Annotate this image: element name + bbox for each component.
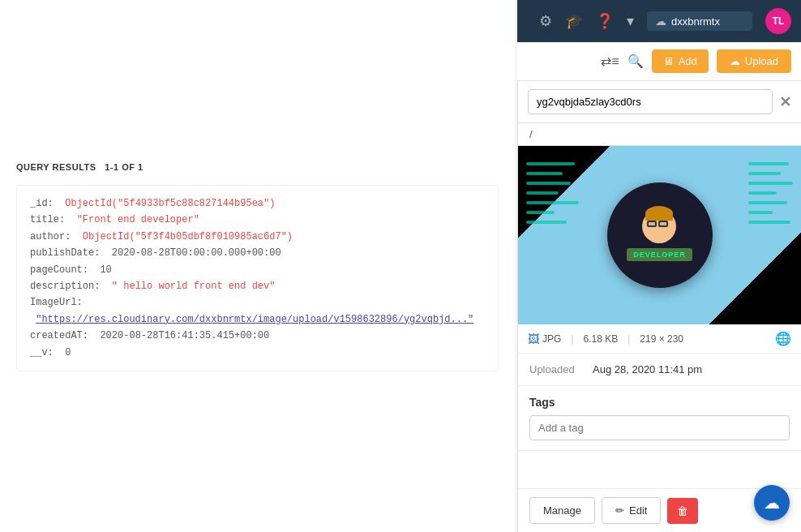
code-line <box>526 172 563 175</box>
upload-button[interactable]: ☁ Upload <box>717 49 791 73</box>
code-line <box>526 182 571 185</box>
image-preview: DEVELOPER <box>518 146 801 324</box>
tags-label: Tags <box>529 396 790 409</box>
panel-search-input[interactable] <box>528 89 773 114</box>
v-key: __v: <box>30 347 54 358</box>
globe-icon[interactable]: 🌐 <box>775 331 791 346</box>
image-type: JPG <box>542 333 561 345</box>
id-key: _id: <box>30 198 54 209</box>
query-results-label: QUERY RESULTS <box>16 162 96 172</box>
doc-author-row: author: ObjectId("5f3f4b05dbf8f010985ac6… <box>30 229 485 245</box>
image-type-icon: 🖼 <box>528 332 539 345</box>
dev-head <box>642 209 676 243</box>
imageurl-key: ImageUrl: <box>30 297 83 308</box>
fab-icon: ☁ <box>764 493 780 513</box>
panel-breadcrumb: / <box>518 123 801 146</box>
code-line <box>748 201 787 204</box>
pagecount-key: pageCount: <box>30 264 88 276</box>
code-line <box>748 182 793 185</box>
panel-search-bar: ✕ <box>518 81 801 123</box>
code-line <box>526 221 567 224</box>
search-icon[interactable]: 🔍 <box>628 54 644 69</box>
v-value: 0 <box>65 347 71 358</box>
info-separator-2: | <box>628 333 630 345</box>
edit-button[interactable]: ✏ Edit <box>602 497 661 524</box>
edit-label: Edit <box>629 504 647 517</box>
right-panel: ✕ / <box>517 81 801 532</box>
uploaded-date: Aug 28, 2020 11:41 pm <box>593 363 702 375</box>
description-key: description: <box>30 281 100 292</box>
doc-imageurl-row: ImageUrl: "https://res.cloudinary.com/dx… <box>30 294 485 328</box>
doc-pagecount-row: pageCount: 10 <box>30 262 485 278</box>
code-line <box>526 201 579 204</box>
upload-label: Upload <box>745 55 778 67</box>
toolbar: ⇄≡ 🔍 🖥 Add ☁ Upload <box>517 42 801 81</box>
close-icon[interactable]: ✕ <box>779 93 791 111</box>
avatar[interactable]: TL <box>765 8 791 34</box>
code-line <box>526 211 555 214</box>
doc-createdat-row: createdAT: 2020-08-28T16:41:35.415+00:00 <box>30 328 485 344</box>
title-key: title: <box>30 214 65 225</box>
doc-publishdate-row: publishDate: 2020-08-28T00:00:00.000+00:… <box>30 245 485 261</box>
uploaded-label: Uploaded <box>529 363 586 375</box>
query-results-range: 1-1 OF 1 <box>105 162 143 172</box>
code-line <box>748 221 790 224</box>
doc-v-row: __v: 0 <box>30 345 485 361</box>
id-value: ObjectId("5f4933bf5c88c827144b95ea") <box>65 198 275 209</box>
panel-tags: Tags <box>518 386 801 451</box>
cloud-nav-icon: ☁ <box>655 15 666 28</box>
dev-hair <box>645 206 673 221</box>
image-dimensions: 219 × 230 <box>640 333 683 345</box>
uploaded-row: Uploaded Aug 28, 2020 11:41 pm <box>529 363 790 375</box>
pagecount-value: 10 <box>100 264 111 276</box>
help-icon[interactable]: ❓ <box>596 12 614 30</box>
dev-inner: DEVELOPER <box>627 209 692 261</box>
nav-search-input[interactable] <box>671 15 744 28</box>
edit-icon: ✏ <box>615 504 624 517</box>
dev-glass-right <box>658 221 668 227</box>
fab-button[interactable]: ☁ <box>754 485 790 521</box>
code-line <box>748 162 789 165</box>
developer-illustration: DEVELOPER <box>607 182 713 288</box>
imageurl-value[interactable]: "https://res.cloudinary.com/dxxbnrmtx/im… <box>36 314 473 325</box>
manage-button[interactable]: Manage <box>529 497 595 524</box>
publishdate-key: publishDate: <box>30 247 100 259</box>
author-key: author: <box>30 231 71 242</box>
filter-icon[interactable]: ⇄≡ <box>601 54 619 69</box>
dev-glass-left <box>647 221 657 227</box>
delete-button[interactable]: 🗑 <box>667 498 698 524</box>
add-label: Add <box>679 55 697 67</box>
code-line <box>526 191 559 195</box>
doc-id-row: _id: ObjectId("5f4933bf5c88c827144b95ea"… <box>30 195 485 212</box>
tag-input[interactable] <box>529 415 790 440</box>
gear-icon[interactable]: ⚙ <box>539 12 552 30</box>
description-value: " hello world front end dev" <box>112 281 276 292</box>
publishdate-value: 2020-08-28T00:00:00.000+00:00 <box>112 247 281 259</box>
graduation-icon[interactable]: 🎓 <box>565 12 583 30</box>
dev-label: DEVELOPER <box>627 248 692 261</box>
add-button[interactable]: 🖥 Add <box>652 49 709 73</box>
image-bg: DEVELOPER <box>518 146 801 324</box>
upload-cloud-icon: ☁ <box>730 55 740 67</box>
dev-glasses <box>647 221 671 227</box>
code-line <box>748 191 777 195</box>
main-content: QUERY RESULTS 1-1 OF 1 _id: ObjectId("5f… <box>0 0 515 532</box>
image-info-bar: 🖼 JPG | 6.18 KB | 219 × 230 🌐 <box>518 324 801 354</box>
doc-description-row: description: " hello world front end dev… <box>30 278 485 294</box>
code-lines-left <box>526 162 579 224</box>
author-value: ObjectId("5f3f4b05dbf8f010985ac6d7") <box>83 231 293 242</box>
nav-search-bar: ☁ <box>647 11 752 31</box>
info-separator: | <box>571 333 573 345</box>
doc-title-row: title: "Front end developer" <box>30 212 485 228</box>
code-lines-right <box>748 162 793 224</box>
createdat-value: 2020-08-28T16:41:35.415+00:00 <box>100 330 269 341</box>
image-type-badge: 🖼 JPG <box>528 332 561 345</box>
image-size: 6.18 KB <box>583 333 618 345</box>
add-monitor-icon: 🖥 <box>663 55 674 67</box>
query-results-header: QUERY RESULTS 1-1 OF 1 <box>16 162 499 172</box>
createdat-key: createdAT: <box>30 330 88 341</box>
code-line <box>748 211 773 214</box>
top-nav: ⚙ 🎓 ❓ ▾ ☁ TL <box>517 0 801 42</box>
title-value: "Front end developer" <box>77 214 199 225</box>
nav-divider: ▾ <box>627 12 634 30</box>
